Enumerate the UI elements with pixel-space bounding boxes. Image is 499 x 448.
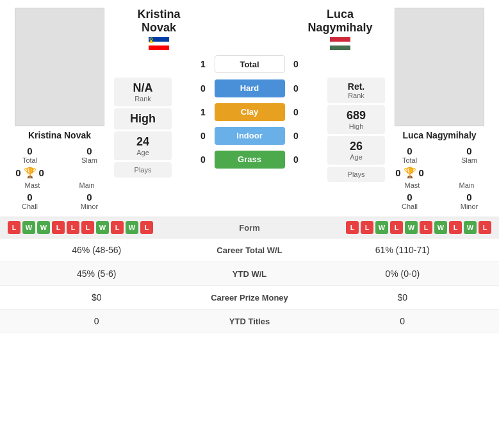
form-badge-l: L	[140, 221, 153, 234]
right-stat-total: 0 Total	[385, 145, 434, 164]
main-container: Kristina Novak 0 Total 0 Slam 0 🏆 0 Mast	[0, 0, 499, 333]
right-plays-box: Plays	[327, 167, 385, 182]
left-slam-value: 0	[65, 145, 114, 156]
right-player-card: Luca Nagymihaly 0 Total 0 Slam 0 🏆 0 Mas	[385, 8, 494, 210]
right-mast-label-row: Mast Main	[385, 181, 494, 189]
svg-rect-6	[330, 42, 350, 46]
hard-row: 0 Hard 0	[175, 79, 324, 97]
hard-left: 0	[192, 83, 215, 94]
stats-row-2: $0 Career Prize Money $0	[0, 286, 499, 310]
form-badge-l: L	[361, 221, 373, 234]
total-right-score: 0	[285, 59, 307, 69]
stats-row-1: 45% (5-6) YTD W/L 0% (0-0)	[0, 262, 499, 286]
left-main-value: 0	[39, 167, 44, 178]
clay-left: 1	[192, 107, 215, 117]
left-chall-value: 0	[5, 192, 54, 203]
left-plays-lbl: Plays	[120, 166, 165, 174]
right-rank-lbl: Rank	[334, 92, 379, 99]
left-player-stats: 0 Total 0 Slam 0 🏆 0 Mast Main	[5, 145, 114, 210]
right-chall-value: 0	[385, 192, 434, 203]
form-badge-l: L	[81, 221, 94, 234]
svg-rect-7	[330, 46, 350, 50]
left-rank-lbl: Rank	[120, 95, 165, 103]
right-center-name: Luca Nagymihaly	[302, 8, 379, 35]
right-plays-lbl: Plays	[334, 170, 379, 178]
form-badge-l: L	[52, 221, 65, 234]
form-badge-w: W	[96, 221, 109, 234]
left-main-label: Main	[60, 181, 114, 189]
left-mast-label: Mast	[5, 181, 60, 189]
clay-btn[interactable]: Clay	[215, 103, 285, 121]
right-stat-slam: 0 Slam	[445, 145, 494, 164]
indoor-right: 0	[285, 131, 307, 141]
left-stat-slam: 0 Slam	[65, 145, 114, 164]
hard-btn[interactable]: Hard	[215, 79, 285, 97]
left-high-box: High	[114, 108, 172, 129]
stats-right-2: $0	[314, 292, 492, 303]
right-slam-value: 0	[445, 145, 494, 156]
right-minor-value: 0	[445, 192, 494, 203]
right-stat-col: Ret. Rank 689 High 26 Age Plays	[327, 78, 385, 182]
stats-right-1: 0% (0-0)	[314, 269, 492, 279]
form-badge-l: L	[420, 221, 432, 234]
stats-right-3: 0	[314, 316, 492, 326]
grass-right: 0	[285, 154, 307, 165]
stat-block-row: N/A Rank High 24 Age Plays	[114, 78, 385, 182]
grass-btn[interactable]: Grass	[215, 151, 285, 169]
players-top: Kristina Novak 0 Total 0 Slam 0 🏆 0 Mast	[0, 0, 499, 210]
stats-label-3: YTD Titles	[186, 317, 314, 326]
indoor-left: 0	[192, 131, 215, 141]
right-high-val: 689	[334, 109, 379, 122]
right-player-stats: 0 Total 0 Slam 0 🏆 0 Mast Main	[385, 145, 494, 210]
form-badge-w: W	[405, 221, 418, 234]
left-total-label: Total	[5, 156, 54, 164]
left-age-box: 24 Age	[114, 131, 172, 160]
stats-left-3: 0	[8, 316, 186, 326]
form-badge-l: L	[449, 221, 462, 234]
stats-row-0: 46% (48-56) Career Total W/L 61% (110-71…	[0, 238, 499, 262]
right-total-label: Total	[385, 156, 434, 164]
stats-left-1: 45% (5-6)	[8, 269, 186, 279]
form-badge-l: L	[346, 221, 359, 234]
total-btn[interactable]: Total	[215, 55, 285, 73]
form-label: Form	[211, 223, 288, 233]
grass-row: 0 Grass 0	[175, 151, 324, 169]
left-high-val: High	[120, 112, 165, 126]
right-age-lbl: Age	[334, 153, 379, 161]
form-badge-l: L	[8, 221, 20, 234]
left-name-block: Kristina Novak	[120, 8, 197, 50]
left-player-card: Kristina Novak 0 Total 0 Slam 0 🏆 0 Mast	[5, 8, 114, 210]
clay-right: 0	[285, 107, 307, 117]
left-form-badges: LWWLLLWLWL	[8, 221, 211, 234]
right-name-block: Luca Nagymihaly	[302, 8, 379, 50]
right-minor-label: Minor	[445, 203, 494, 210]
left-rank-box: N/A Rank	[114, 78, 172, 106]
form-badge-w: W	[22, 221, 35, 234]
total-row: 1 Total 0	[114, 55, 385, 73]
right-high-box: 689 High	[327, 105, 385, 134]
grass-left: 0	[192, 154, 215, 165]
right-slam-label: Slam	[445, 156, 494, 164]
right-mast-value: 0	[395, 167, 400, 178]
form-badge-w: W	[434, 221, 447, 234]
right-stat-minor: 0 Minor	[445, 192, 494, 210]
stats-right-0: 61% (110-71)	[314, 245, 492, 255]
stats-left-2: $0	[8, 292, 186, 303]
hard-right: 0	[285, 83, 307, 94]
left-trophy-icon: 🏆	[24, 167, 37, 179]
left-stat-mast: 0 🏆 0	[5, 167, 54, 179]
right-rank-val: Ret.	[334, 81, 379, 92]
right-age-val: 26	[334, 140, 379, 153]
left-slam-label: Slam	[65, 156, 114, 164]
right-main-label: Main	[439, 181, 494, 189]
right-total-value: 0	[385, 145, 434, 156]
left-stat-chall: 0 Chall	[5, 192, 54, 210]
left-plays-box: Plays	[114, 162, 172, 178]
indoor-btn[interactable]: Indoor	[215, 127, 285, 145]
right-player-name: Luca Nagymihaly	[402, 130, 476, 140]
right-high-lbl: High	[334, 122, 379, 130]
left-total-value: 0	[5, 145, 54, 156]
left-stat-total: 0 Total	[5, 145, 54, 164]
surface-col: 0 Hard 0 1 Clay 0 0 Indoor 0	[172, 78, 327, 170]
form-badge-w: W	[375, 221, 388, 234]
